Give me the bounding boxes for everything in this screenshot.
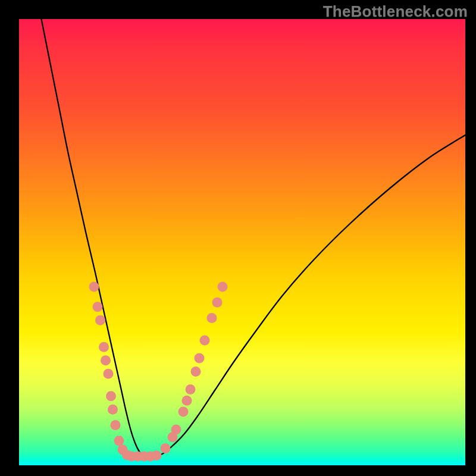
curve-marker [99,342,109,352]
curve-marker [161,443,171,453]
curve-marker [207,313,217,323]
watermark-text: TheBottleneck.com [323,2,468,21]
curve-marker [171,425,181,435]
chart-frame: TheBottleneck.com [0,0,476,476]
curve-marker [89,282,99,292]
curve-marker [108,405,118,415]
curve-marker [104,369,114,379]
curve-marker [93,302,103,312]
curve-markers [89,282,228,462]
curve-marker [218,282,228,292]
curve-marker [186,384,196,394]
curve-marker [114,436,124,446]
curve-marker [200,336,210,346]
curve-marker [178,407,189,417]
curve-marker [212,298,223,308]
curve-marker [152,450,162,461]
curve-marker [182,396,192,406]
curve-marker [191,367,201,377]
curve-marker [111,420,121,430]
curve-marker [95,315,105,325]
curve-marker [106,391,116,401]
curve-marker [195,353,205,364]
curve-marker [101,355,111,365]
chart-svg [19,19,465,465]
bottleneck-curve [42,19,466,457]
